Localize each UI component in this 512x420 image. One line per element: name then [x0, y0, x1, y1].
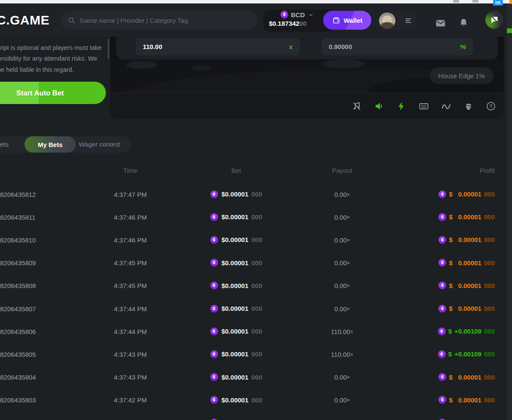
table-row[interactable]: 8206435810 4:37:46 PM ¢ $0.00001000 0.00…: [0, 228, 512, 251]
tab-my-bets[interactable]: My Bets: [25, 136, 76, 153]
tab-all-bets[interactable]: ets: [0, 136, 9, 153]
bet-payout: 110.00×: [299, 328, 385, 335]
bet-payout: 0.00×: [299, 374, 385, 381]
avatar[interactable]: [379, 12, 395, 29]
turbo-bet-icon[interactable]: [396, 101, 407, 111]
bet-payout: 0.00×: [299, 190, 385, 198]
chat-toggle-button[interactable]: [485, 11, 503, 29]
bcd-coin-icon: ¢: [210, 396, 218, 404]
browser-extension-icon[interactable]: [472, 0, 478, 3]
bet-amount: ¢ $0.00001000: [193, 396, 279, 404]
header-profit: Profit: [400, 167, 495, 174]
bet-id: 8206435803: [0, 396, 36, 404]
bet-time: 4:37:43 PM: [87, 374, 173, 381]
top-header: C.GAME Game name | Provider | Category T…: [0, 3, 512, 37]
bcd-coin-icon: ¢: [438, 259, 446, 267]
bcd-coin-icon: ¢: [438, 396, 446, 404]
svg-text:?: ?: [489, 104, 492, 109]
bet-time: 4:37:46 PM: [87, 236, 173, 243]
bet-payout: 0.00×: [299, 236, 385, 243]
start-auto-bet-button[interactable]: Start Auto Bet: [0, 82, 106, 104]
bet-time: 4:37:47 PM: [87, 190, 173, 198]
bet-payout: 0.00×: [299, 396, 385, 404]
game-panel: 110.00 x 0.90000 % House Edge 1%: [110, 37, 504, 119]
bet-payout: 0.00×: [299, 213, 385, 221]
cloud-shape: [322, 59, 365, 69]
bet-id: 8206435806: [0, 328, 36, 335]
table-row[interactable]: ¢ $0.00001000 ¢ $0.00001000: [0, 411, 512, 420]
bell-icon[interactable]: [458, 18, 469, 29]
translate-extension-badge[interactable]: DE: [493, 0, 503, 6]
tab-wager-contest[interactable]: Wager contest: [79, 136, 120, 153]
bet-id: 8206435809: [0, 259, 36, 267]
bet-profit: ¢ $0.00001000: [392, 213, 495, 221]
menu-icon: [404, 16, 413, 25]
chevron-down-icon: [308, 12, 314, 18]
bcd-coin-icon: ¢: [438, 282, 446, 289]
game-toolbar: ?: [110, 92, 504, 119]
bet-amount: ¢ $0.00001000: [193, 213, 279, 221]
browser-extension-icon[interactable]: [453, 0, 459, 3]
hotkeys-keyboard-icon[interactable]: [419, 101, 429, 111]
mail-icon[interactable]: [435, 18, 446, 29]
bet-id: 8206435811: [0, 213, 35, 221]
music-off-icon[interactable]: [352, 101, 362, 111]
house-edge-badge: House Edge 1%: [430, 67, 493, 84]
fairness-seed-icon[interactable]: [463, 101, 474, 111]
header-bet: Bet: [193, 167, 279, 174]
table-row[interactable]: 8206435809 4:37:45 PM ¢ $0.00001000 0.00…: [0, 251, 512, 274]
bcd-coin-icon: ¢: [210, 190, 218, 198]
bcd-coin-icon: ¢: [438, 213, 446, 221]
bet-amount: ¢ $0.00001000: [193, 373, 279, 381]
bet-amount: ¢ $0.00001000: [193, 190, 279, 198]
win-chance-input[interactable]: 0.90000 %: [321, 38, 473, 55]
bets-tabs: ets My Bets Wager contest: [0, 136, 131, 153]
search-placeholder: Game name | Provider | Category Tag: [80, 17, 188, 24]
help-icon[interactable]: ?: [486, 101, 496, 111]
sound-icon[interactable]: [374, 101, 384, 111]
table-row[interactable]: 8206435811 4:37:46 PM ¢ $0.00001000 0.00…: [0, 205, 512, 228]
bcd-coin-icon: ¢: [210, 236, 218, 244]
search-input[interactable]: Game name | Provider | Category Tag: [61, 11, 257, 29]
table-row[interactable]: 8206435805 4:37:43 PM ¢ $0.00001000 110.…: [0, 343, 512, 365]
bcd-coin-icon: ¢: [438, 236, 446, 244]
search-icon: [68, 16, 75, 24]
table-row[interactable]: 8206435806 4:37:44 PM ¢ $0.00001000 110.…: [0, 320, 512, 343]
sidebar-scrollbar[interactable]: [108, 39, 109, 59]
bet-payout: 110.00×: [299, 350, 385, 358]
currency-selector[interactable]: ¢ BCD $0.18734200: [269, 11, 325, 27]
site-logo[interactable]: C.GAME: [0, 13, 49, 28]
bcd-coin-icon: ¢: [210, 213, 218, 221]
table-row[interactable]: 8206435807 4:37:44 PM ¢ $0.00001000 0.00…: [0, 297, 512, 320]
bet-time: 4:37:44 PM: [87, 328, 173, 335]
payout-input[interactable]: 110.00 x: [136, 38, 300, 55]
bet-profit: ¢ $0.00001000: [392, 305, 495, 313]
bet-profit: ¢ $0.00001000: [392, 396, 495, 404]
table-row[interactable]: 8206435812 4:37:47 PM ¢ $0.00001000 0.00…: [0, 183, 512, 205]
bet-amount: ¢ $0.00001000: [193, 305, 279, 313]
browser-extension-icon[interactable]: [509, 0, 512, 4]
bet-id: 8206435812: [0, 190, 36, 198]
bet-payout: 0.00×: [299, 259, 385, 267]
bcd-coin-icon: ¢: [210, 328, 218, 335]
table-row[interactable]: 8206435808 4:37:45 PM ¢ $0.00001000 0.00…: [0, 274, 512, 297]
table-row[interactable]: 8206435804 4:37:43 PM ¢ $0.00001000 0.00…: [0, 366, 512, 389]
bet-time: 4:37:45 PM: [87, 282, 173, 289]
bcd-coin-icon: ¢: [210, 259, 218, 267]
table-row[interactable]: 8206435803 4:37:42 PM ¢ $0.00001000 0.00…: [0, 389, 512, 411]
wallet-button[interactable]: Wallet: [323, 11, 371, 30]
bet-time: 4:37:42 PM: [87, 396, 173, 404]
bet-time: 4:37:45 PM: [87, 259, 173, 267]
profile-menu[interactable]: [378, 12, 416, 30]
header-time: Time: [87, 167, 173, 174]
cloud-shape: [126, 61, 157, 69]
bet-id: 8206435808: [0, 282, 36, 289]
page-scrollbar[interactable]: [507, 3, 512, 420]
bet-amount: ¢ $0.00001000: [193, 259, 279, 267]
bet-profit: ¢ $0.00001000: [392, 259, 495, 267]
bcd-coin-icon: ¢: [438, 305, 446, 313]
cloud-shape: [191, 65, 211, 71]
wallet-balance: $0.18734200: [269, 20, 325, 27]
bcd-coin-icon: ¢: [210, 282, 218, 289]
live-stats-icon[interactable]: [441, 101, 451, 111]
